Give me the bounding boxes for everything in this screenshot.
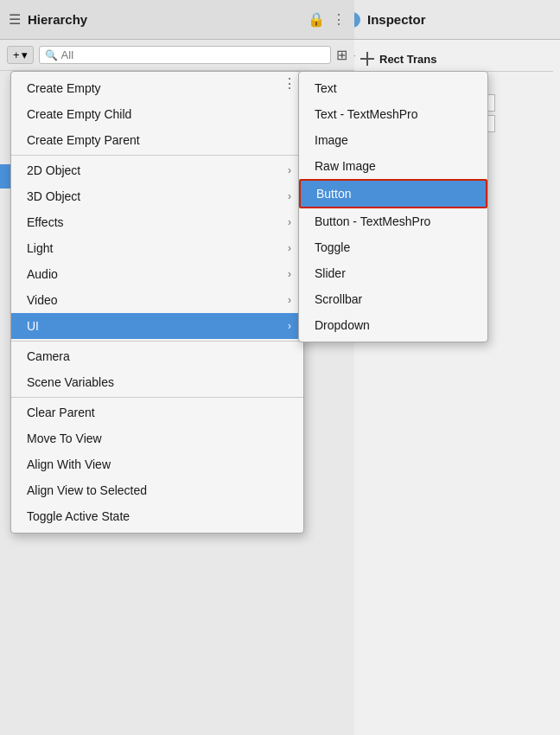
submenu-item-dropdown[interactable]: Dropdown — [299, 312, 487, 338]
chevron-audio: › — [288, 268, 291, 280]
submenu-item-slider[interactable]: Slider — [299, 260, 487, 286]
menu-item-3d-object[interactable]: 3D Object › — [11, 183, 303, 209]
submenu-item-button[interactable]: Button — [299, 179, 487, 208]
ui-submenu: Text Text - TextMeshPro Image Raw Image … — [298, 71, 488, 342]
menu-item-move-to-view[interactable]: Move To View — [11, 425, 303, 451]
chevron-2d: › — [288, 164, 291, 176]
menu-item-effects[interactable]: Effects › — [11, 209, 303, 235]
inspector-title: Inspector — [367, 12, 426, 27]
plus-label: + — [13, 48, 20, 61]
menu-item-create-empty[interactable]: Create Empty — [11, 75, 303, 101]
separator-3 — [11, 397, 303, 398]
submenu-item-raw-image[interactable]: Raw Image — [299, 153, 487, 179]
submenu-item-button-meshpro[interactable]: Button - TextMeshPro — [299, 208, 487, 234]
submenu-item-toggle[interactable]: Toggle — [299, 234, 487, 260]
search-input[interactable] — [61, 48, 325, 61]
add-button[interactable]: + ▾ — [7, 46, 34, 64]
lock-icon[interactable]: 🔒 — [308, 11, 325, 28]
list-icon: ☰ — [9, 11, 21, 28]
chevron-light: › — [288, 242, 291, 254]
rect-transform-label: Rect Trans — [379, 53, 436, 66]
chevron-ui: › — [288, 320, 291, 332]
menu-item-toggle-active[interactable]: Toggle Active State — [11, 503, 303, 529]
menu-item-scene-variables[interactable]: Scene Variables — [11, 369, 303, 395]
menu-more-dots[interactable]: ⋮ — [283, 75, 296, 92]
hierarchy-header: ☰ Hierarchy 🔒 ⋮ — [0, 0, 354, 40]
rect-transform-header: Rect Trans — [343, 47, 553, 72]
menu-item-camera[interactable]: Camera — [11, 343, 303, 369]
separator-1 — [11, 155, 303, 156]
chevron-video: › — [288, 294, 291, 306]
menu-item-align-view-selected[interactable]: Align View to Selected — [11, 477, 303, 503]
menu-item-align-with-view[interactable]: Align With View — [11, 451, 303, 477]
submenu-item-text-meshpro[interactable]: Text - TextMeshPro — [299, 101, 487, 127]
header-icons: 🔒 ⋮ — [308, 11, 346, 28]
search-icon: 🔍 — [45, 49, 58, 61]
menu-item-create-empty-parent[interactable]: Create Empty Parent — [11, 127, 303, 153]
submenu-item-image[interactable]: Image — [299, 127, 487, 153]
menu-item-create-empty-child[interactable]: Create Empty Child — [11, 101, 303, 127]
chevron-3d: › — [288, 190, 291, 202]
dropdown-menu: ⋮ Create Empty Create Empty Child Create… — [10, 71, 304, 534]
menu-item-audio[interactable]: Audio › — [11, 261, 303, 287]
chevron-effects: › — [288, 216, 291, 228]
hierarchy-toolbar: + ▾ 🔍 ⊞ — [0, 40, 354, 71]
menu-item-light[interactable]: Light › — [11, 235, 303, 261]
submenu-item-scrollbar[interactable]: Scrollbar — [299, 286, 487, 312]
dropdown-arrow: ▾ — [22, 48, 28, 61]
menu-item-clear-parent[interactable]: Clear Parent — [11, 399, 303, 425]
menu-item-2d-object[interactable]: 2D Object › — [11, 157, 303, 183]
menu-item-ui[interactable]: UI › — [11, 313, 303, 339]
search-box: 🔍 — [39, 46, 331, 64]
crosshair-icon — [360, 52, 374, 66]
separator-2 — [11, 341, 303, 342]
inspector-header: i Inspector — [336, 0, 560, 40]
submenu-item-text[interactable]: Text — [299, 75, 487, 101]
more-options-icon[interactable]: ⋮ — [332, 11, 346, 28]
hierarchy-title: Hierarchy — [28, 12, 87, 27]
menu-item-video[interactable]: Video › — [11, 287, 303, 313]
grid-view-icon[interactable]: ⊞ — [336, 47, 347, 63]
